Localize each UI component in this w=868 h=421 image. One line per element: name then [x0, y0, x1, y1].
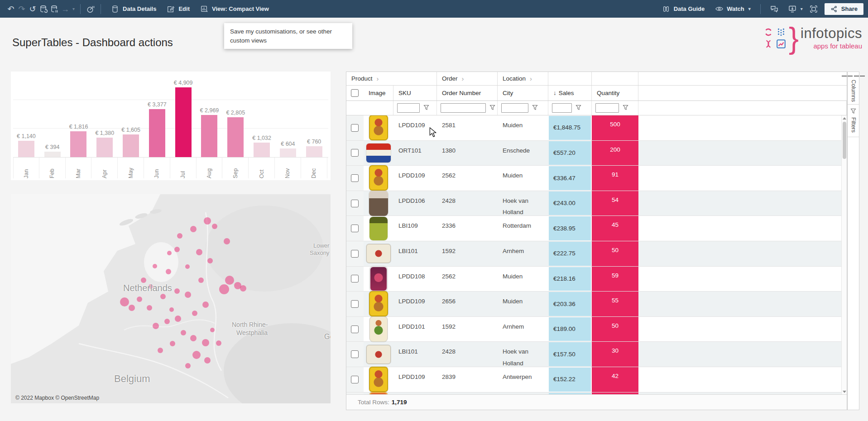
- sku-cell[interactable]: LPDD108: [393, 267, 437, 292]
- column-header-order-number[interactable]: Order Number: [437, 86, 498, 100]
- group-header-blank[interactable]: [548, 72, 592, 85]
- row-checkbox[interactable]: [351, 376, 359, 383]
- order-number-cell[interactable]: 2656: [437, 292, 498, 316]
- bar-feb[interactable]: € 394: [39, 144, 66, 157]
- table-row[interactable]: LBI1092336Rotterdam€238.9545: [346, 216, 847, 241]
- sku-cell[interactable]: ORT101: [393, 141, 437, 166]
- filter-funnel-icon[interactable]: [423, 105, 429, 110]
- map-dot[interactable]: [167, 251, 172, 255]
- forward-caret-icon[interactable]: ▾: [72, 6, 75, 11]
- row-checkbox-cell[interactable]: [346, 166, 364, 191]
- map-dot[interactable]: [224, 238, 230, 244]
- filter-funnel-icon[interactable]: [532, 105, 538, 110]
- product-image-cell[interactable]: [364, 241, 393, 266]
- bar-rect[interactable]: [227, 117, 244, 157]
- bar-rect[interactable]: [96, 138, 113, 157]
- view-button[interactable]: View: Compact View: [196, 3, 273, 15]
- bar-rect[interactable]: [123, 134, 139, 157]
- select-all-checkbox[interactable]: [351, 89, 359, 97]
- city-cell[interactable]: Hoek van Holland: [498, 342, 548, 367]
- map-dot[interactable]: [196, 249, 202, 255]
- bar-dec[interactable]: € 760: [301, 139, 327, 157]
- map-dot[interactable]: [147, 305, 152, 311]
- sales-cell[interactable]: €222.75: [548, 241, 592, 266]
- row-checkbox-cell[interactable]: [346, 317, 364, 342]
- quantity-cell[interactable]: 42: [592, 367, 638, 392]
- map-dot[interactable]: [185, 264, 190, 269]
- map-dot[interactable]: [158, 348, 163, 353]
- sales-cell[interactable]: €238.95: [548, 216, 592, 241]
- table-row[interactable]: ORT1011380Enschede€557.20200: [346, 141, 847, 166]
- bar-jan[interactable]: € 1,140: [13, 133, 39, 157]
- bar-mar[interactable]: € 1,816: [66, 124, 92, 157]
- bar-jun[interactable]: € 3,377: [144, 101, 170, 157]
- city-filter-input[interactable]: [501, 103, 528, 113]
- city-cell[interactable]: Muiden: [498, 115, 548, 140]
- map-dot[interactable]: [164, 319, 170, 324]
- map-dot[interactable]: [190, 335, 197, 341]
- download-caret-icon[interactable]: ▾: [801, 6, 803, 11]
- city-cell[interactable]: Arnhem: [498, 241, 548, 266]
- metrics-gauge-icon[interactable]: [86, 5, 95, 14]
- watch-button[interactable]: Watch ▾: [710, 3, 755, 15]
- bar-rect[interactable]: [306, 146, 322, 157]
- sales-cell[interactable]: €203.36: [548, 292, 592, 316]
- column-header-sku[interactable]: SKU: [393, 86, 437, 100]
- group-header-location[interactable]: Location›: [498, 72, 548, 85]
- bar-rect[interactable]: [44, 152, 61, 157]
- row-checkbox-cell[interactable]: [346, 292, 364, 316]
- quantity-cell[interactable]: 50: [592, 241, 638, 266]
- city-cell[interactable]: Antwerpen: [498, 367, 548, 392]
- map-dot[interactable]: [177, 233, 182, 239]
- map-dot[interactable]: [210, 328, 215, 332]
- map-dot[interactable]: [141, 277, 146, 283]
- order-number-filter-input[interactable]: [441, 103, 486, 113]
- pause-updates-icon[interactable]: [50, 5, 59, 14]
- table-row[interactable]: LPDD1092656Muiden€203.3655: [346, 292, 847, 317]
- product-image-cell[interactable]: [364, 115, 393, 140]
- group-header-product[interactable]: Product›: [346, 72, 437, 85]
- table-row[interactable]: LPDD1092581Muiden€1,848.75500: [346, 115, 847, 141]
- bar-may[interactable]: € 1,605: [118, 127, 144, 157]
- map-dot[interactable]: [207, 258, 213, 263]
- sales-cell[interactable]: €157.50: [548, 342, 592, 367]
- map-dot[interactable]: [175, 316, 181, 322]
- product-image-cell[interactable]: [364, 191, 393, 216]
- map-dot[interactable]: [174, 247, 180, 252]
- order-number-cell[interactable]: 2428: [437, 342, 498, 367]
- quantity-cell[interactable]: 500: [592, 115, 638, 140]
- map-dot[interactable]: [169, 307, 174, 312]
- product-image-cell[interactable]: [364, 317, 393, 342]
- map-dot[interactable]: [170, 341, 175, 346]
- data-guide-button[interactable]: Data Guide: [657, 3, 709, 15]
- map-dot[interactable]: [137, 297, 142, 302]
- sales-cell[interactable]: €243.00: [548, 191, 592, 216]
- row-checkbox[interactable]: [351, 325, 359, 333]
- map-dot[interactable]: [240, 285, 246, 292]
- product-image-cell[interactable]: [364, 267, 393, 292]
- sales-cell[interactable]: €336.47: [548, 166, 592, 191]
- filter-funnel-icon[interactable]: [575, 105, 581, 110]
- sales-cell[interactable]: €189.00: [548, 317, 592, 342]
- map-dot[interactable]: [160, 294, 166, 299]
- product-image-cell[interactable]: [364, 141, 393, 166]
- map-dot[interactable]: [120, 297, 129, 306]
- edit-button[interactable]: Edit: [162, 3, 194, 15]
- city-cell[interactable]: Enschede: [498, 141, 548, 166]
- row-checkbox-cell[interactable]: [346, 191, 364, 216]
- map-dot[interactable]: [204, 217, 211, 225]
- table-row[interactable]: LPDD1062428Hoek van Holland€243.0054: [346, 191, 847, 216]
- quantity-cell[interactable]: 55: [592, 292, 638, 316]
- share-button[interactable]: Share: [825, 3, 863, 15]
- order-number-cell[interactable]: 2562: [437, 166, 498, 191]
- bar-rect[interactable]: [149, 109, 165, 157]
- quantity-cell[interactable]: 30: [592, 342, 638, 367]
- map-dot[interactable]: [174, 288, 180, 294]
- comments-icon[interactable]: [770, 5, 779, 14]
- order-number-cell[interactable]: 1592: [437, 317, 498, 342]
- table-row[interactable]: LPDD1092839Antwerpen€152.2242: [346, 367, 847, 392]
- map-dot[interactable]: [166, 269, 171, 274]
- order-number-cell[interactable]: 1380: [437, 141, 498, 166]
- sku-cell[interactable]: LBI101: [393, 342, 437, 367]
- row-checkbox[interactable]: [351, 124, 359, 132]
